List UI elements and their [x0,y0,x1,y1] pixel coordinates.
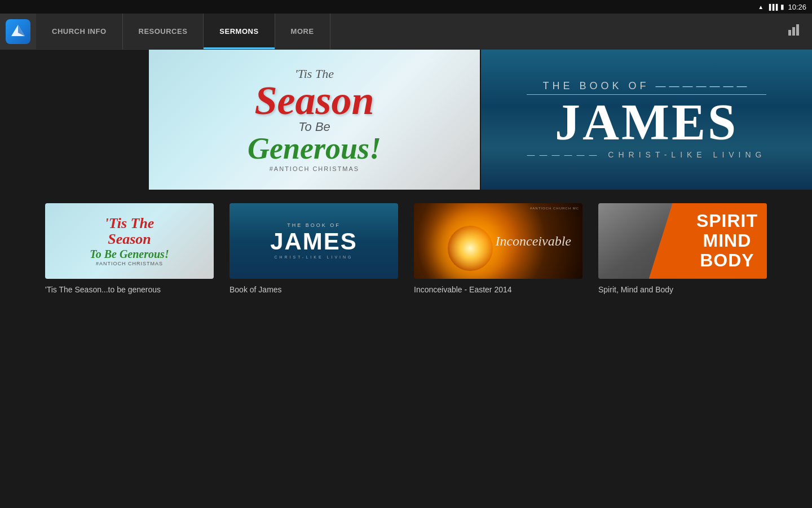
james-title: JAMES [527,97,766,148]
sermon-item-inconceivable[interactable]: #ANTIOCH CHURCH MC Inconceivable Inconce… [414,203,582,279]
thumb-james-pretitle: THE BOOK OF [270,222,358,228]
status-bar: 10:26 [699,0,812,14]
nav-bar: CHURCH INFO RESOURCES SERMONS MORE [0,14,812,50]
featured-tis-season[interactable]: 'Tis The Season To Be Generous! #ANTIOCH… [149,50,480,190]
thumb-inconceivable-text: Inconceivable [495,233,571,248]
thumb-tis-hashtag: #ANTIOCH CHRISTMAS [90,261,169,266]
thumb-tis-generous: To Be Generous! [90,248,169,261]
status-time: 10:26 [788,3,806,11]
thumbnail-book-of-james: THE BOOK OF JAMES CHRIST-LIKE LIVING [230,203,398,279]
thumb-james-subtitle: CHRIST-LIKE LIVING [270,255,358,259]
thumb-inconceivable-tag: #ANTIOCH CHURCH MC [530,207,579,210]
featured-banner: 'Tis The Season To Be Generous! #ANTIOCH… [149,50,812,190]
featured-book-of-james[interactable]: THE BOOK OF ――――――― JAMES ―――――― CHRIST-… [480,50,812,190]
status-bar-background [0,0,812,14]
sermon-label-book-of-james: Book of James [230,284,398,295]
thumb-tis-text: 'Tis TheSeason [90,216,169,248]
sermon-item-book-of-james[interactable]: THE BOOK OF JAMES CHRIST-LIKE LIVING Boo… [230,203,398,279]
tis-hashtag: #ANTIOCH CHRISTMAS [248,166,381,172]
tis-line2: Season [248,80,381,121]
sermon-label-spirit-mind-body: Spirit, Mind and Body [598,284,767,295]
svg-rect-1 [792,27,795,36]
tis-season-content: 'Tis The Season To Be Generous! #ANTIOCH… [248,68,381,172]
james-content: THE BOOK OF ――――――― JAMES ―――――― CHRIST-… [527,80,766,159]
smb-text: SPIRITMINDBODY [696,211,767,271]
james-subtitle: ―――――― CHRIST-LIKE LIVING [527,150,766,159]
thumbnail-tis-season: 'Tis TheSeason To Be Generous! #ANTIOCH … [45,203,214,279]
james-pretitle: THE BOOK OF ――――――― [527,80,766,95]
sermon-label-tis-season: 'Tis The Season...to be generous [45,284,214,295]
sermon-item-spirit-mind-body[interactable]: SPIRITMINDBODY Spirit, Mind and Body [598,203,767,279]
svg-rect-2 [796,24,799,36]
thumbnail-spirit-mind-body: SPIRITMINDBODY [598,203,767,279]
thumb-tis-content: 'Tis TheSeason To Be Generous! #ANTIOCH … [90,216,169,266]
battery-icon [780,3,784,11]
tab-sermons[interactable]: SERMONS [204,14,275,49]
tab-resources[interactable]: RESOURCES [123,14,204,49]
sermon-item-tis-season[interactable]: 'Tis TheSeason To Be Generous! #ANTIOCH … [45,203,214,279]
logo-icon [6,19,30,44]
chart-icon[interactable] [788,24,801,38]
thumb-james-title: JAMES [270,228,358,255]
thumb-james-inner: THE BOOK OF JAMES CHRIST-LIKE LIVING [270,222,358,259]
tab-church-info[interactable]: CHURCH INFO [36,14,123,49]
main-content: 'Tis The Season To Be Generous! #ANTIOCH… [0,50,812,508]
signal-icon [767,3,777,11]
sermon-label-inconceivable: Inconceivable - Easter 2014 [414,284,582,295]
wifi-icon [758,3,764,11]
svg-rect-0 [788,30,791,36]
tab-more[interactable]: MORE [275,14,330,49]
sermon-grid: 'Tis TheSeason To Be Generous! #ANTIOCH … [0,190,812,292]
tis-line4: Generous! [248,133,381,164]
nav-right [777,24,812,38]
nav-tabs: CHURCH INFO RESOURCES SERMONS MORE [36,14,407,49]
thumbnail-inconceivable: #ANTIOCH CHURCH MC Inconceivable [414,203,582,279]
app-logo[interactable] [0,14,36,50]
